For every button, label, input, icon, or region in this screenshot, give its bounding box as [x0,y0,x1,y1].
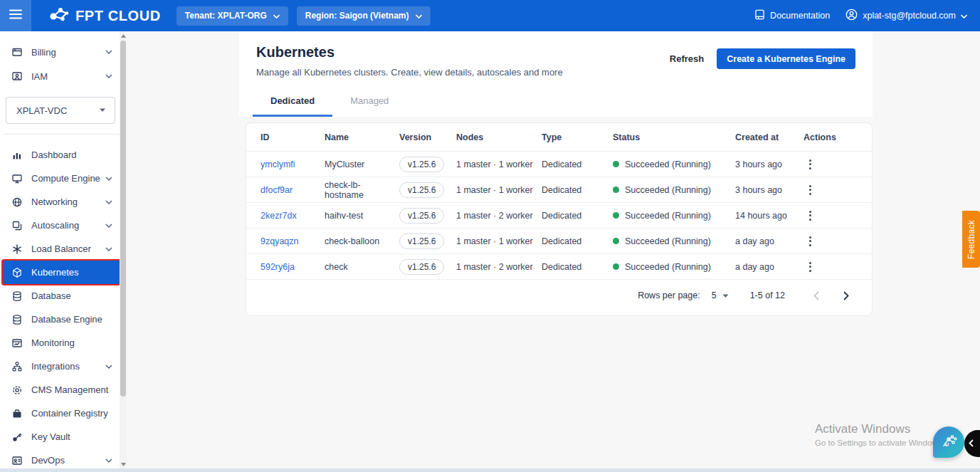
column-header-id: ID [260,132,325,142]
cluster-created-at-cell: 3 hours ago [735,159,804,169]
cluster-id-link[interactable]: 9zqyaqzn [260,236,299,246]
row-actions-menu-icon[interactable] [804,157,816,172]
feedback-button[interactable]: Feedback [962,211,980,268]
tab-dedicated[interactable]: Dedicated [253,95,332,117]
tab-bar: Dedicated Managed [253,95,406,117]
kubernetes-icon [11,266,23,278]
page-title-block: Kubernetes Manage all Kubernetes cluster… [256,44,563,78]
sidebar-item-label: Kubernetes [31,267,79,278]
column-header-type: Type [542,132,613,142]
table-row: 592ry6ja check v1.25.6 1 master · 2 work… [246,254,872,280]
status-text: Succeeded (Running) [625,185,711,195]
cluster-status-cell: Succeeded (Running) [613,185,735,195]
sidebar-item-integrations[interactable]: Integrations [0,355,118,378]
sidebar-item-dashboard[interactable]: Dashboard [0,143,118,167]
next-page-button[interactable] [839,288,853,303]
previous-page-button[interactable] [809,288,823,303]
table-header-row: ID Name Version Nodes Type Status Create… [246,123,872,152]
status-green-dot [613,161,619,167]
chevron-down-icon [105,247,112,251]
chevron-left-icon [969,437,974,450]
region-label: Region: Saigon (Vietnam) [305,11,409,21]
sidebar-item-iam[interactable]: IAM [0,64,118,88]
user-account-menu[interactable]: xplat-stg@fptcloud.com [845,9,967,23]
status-text: Succeeded (Running) [625,211,711,221]
sidebar-item-autoscaling[interactable]: Autoscaling [0,214,118,237]
row-actions-menu-icon[interactable] [804,182,816,198]
status-text: Succeeded (Running) [625,262,711,272]
cluster-nodes-cell: 1 master · 1 worker [456,159,542,169]
compute-engine-icon [11,172,23,184]
scrollbar-thumb[interactable] [120,41,126,397]
integrations-icon [11,360,23,372]
sidebar-item-load-balancer[interactable]: Load Balancer [0,237,118,261]
rows-per-page-select[interactable]: 5 [712,290,729,300]
cluster-status-cell: Succeeded (Running) [613,262,735,272]
cluster-type-cell: Dedicated [542,236,613,246]
chevron-down-icon [105,177,112,181]
tab-managed[interactable]: Managed [332,95,406,117]
scroll-up-arrow-icon[interactable] [120,31,127,40]
ai-assistant-button[interactable]: AI [933,426,964,458]
documentation-link[interactable]: Documentation [754,9,830,22]
cluster-id-cell: 592ry6ja [260,262,325,272]
cluster-created-at-cell: 3 hours ago [735,185,804,195]
sidebar-item-label: Database Engine [31,314,102,325]
cluster-actions-cell [804,208,872,224]
column-header-status: Status [613,132,735,142]
chevron-down-icon [105,74,112,78]
scroll-down-arrow-icon[interactable] [120,460,127,468]
cluster-id-link[interactable]: 2kezr7dx [260,211,297,221]
cluster-actions-cell [804,157,872,172]
column-header-name: Name [325,132,399,142]
tenant-selector[interactable]: Tenant: XPLAT-ORG [176,6,288,26]
sidebar-divider [4,134,120,135]
page-header-row: Kubernetes Manage all Kubernetes cluster… [239,31,873,78]
cluster-version-cell: v1.25.6 [399,259,456,275]
sidebar-item-cms-management[interactable]: CMS Management [0,378,118,402]
cluster-id-link[interactable]: dfocf9ar [260,185,293,195]
row-actions-menu-icon[interactable] [804,234,816,249]
version-badge: v1.25.6 [399,259,444,275]
sidebar-item-database-engine[interactable]: Database Engine [0,308,118,331]
networking-icon [11,196,23,208]
region-selector[interactable]: Region: Saigon (Vietnam) [297,6,431,26]
cluster-type-cell: Dedicated [542,185,613,195]
user-icon [845,9,858,23]
status-text: Succeeded (Running) [625,159,711,169]
cluster-version-cell: v1.25.6 [399,208,456,224]
watermark-line2: Go to Settings to activate Windows [815,439,942,447]
sidebar-item-billing[interactable]: Billing [0,40,118,64]
cluster-id-link[interactable]: 592ry6ja [260,262,295,272]
sidebar-item-networking[interactable]: Networking [0,190,118,214]
row-actions-menu-icon[interactable] [804,208,816,224]
sidebar-item-compute-engine[interactable]: Compute Engine [0,167,118,190]
collapse-widget-button[interactable] [964,430,980,457]
documentation-label: Documentation [770,11,830,21]
sidebar-item-label: DevOps [31,455,65,466]
container-registry-icon [11,407,23,419]
cluster-id-cell: 2kezr7dx [260,211,325,221]
cluster-name-cell: MyCluster [325,159,399,169]
sidebar-item-key-vault[interactable]: Key Vault [0,425,118,449]
vdc-selector[interactable]: XPLAT-VDC [6,97,115,124]
dropdown-arrow-icon [722,290,729,300]
status-green-dot [613,238,619,244]
clusters-table-card: ID Name Version Nodes Type Status Create… [246,122,873,316]
cluster-id-link[interactable]: ymclymfi [260,159,295,169]
hamburger-icon [9,9,22,22]
cluster-id-cell: 9zqyaqzn [260,236,325,246]
sidebar-item-container-registry[interactable]: Container Registry [0,402,118,425]
sidebar-item-monitoring[interactable]: Monitoring [0,331,118,355]
create-kubernetes-engine-button[interactable]: Create a Kubernetes Engine [717,48,855,69]
sidebar-item-database[interactable]: Database [0,284,118,308]
key-vault-icon [11,431,23,443]
row-actions-menu-icon[interactable] [804,259,816,275]
column-header-created-at: Created at [735,132,804,142]
sidebar-scrollbar[interactable] [120,31,127,468]
refresh-button[interactable]: Refresh [670,53,704,64]
brand-logo[interactable]: FPT CLOUD [31,6,176,26]
menu-button[interactable] [0,0,31,31]
sidebar-item-kubernetes[interactable]: Kubernetes [3,261,120,284]
rows-per-page-value: 5 [712,290,717,300]
